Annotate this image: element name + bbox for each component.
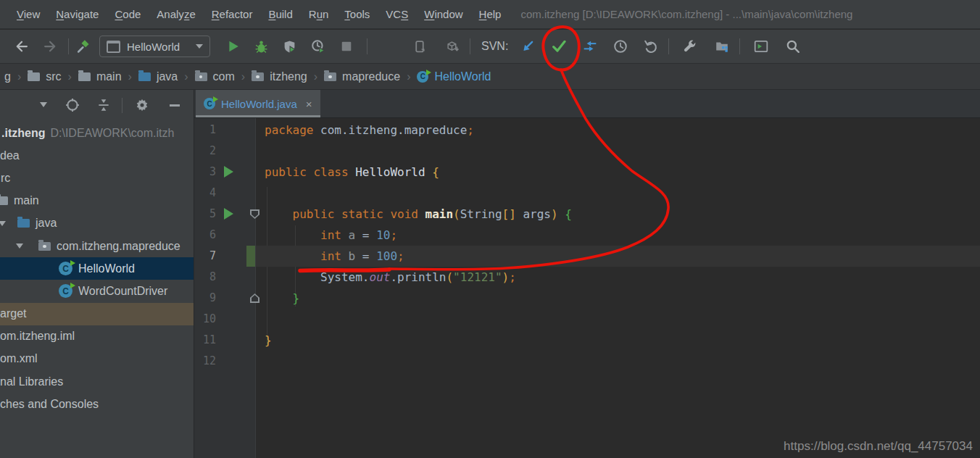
tree-row-main[interactable]: main: [0, 190, 194, 212]
fold-marker-close[interactable]: [250, 293, 259, 303]
breadcrumb-label: itzheng: [270, 70, 307, 83]
menu-item-code[interactable]: Code: [107, 8, 149, 20]
tree-row-wordcountdriver[interactable]: WordCountDriver: [0, 280, 194, 302]
line-number: 11: [194, 330, 216, 351]
terminal-icon[interactable]: [751, 36, 771, 57]
tree-row-arget[interactable]: arget: [0, 303, 194, 325]
svn-merge-icon[interactable]: [580, 36, 600, 57]
tree-row-com-itzheng-mapreduce[interactable]: com.itzheng.mapreduce: [0, 235, 194, 257]
line-number: 12: [194, 351, 216, 372]
code-editor[interactable]: 1package com.itzheng.mapreduce;23public …: [194, 118, 980, 458]
tree-root-path: D:\IDEAWORK\com.itzh: [50, 127, 174, 140]
code-text: }: [256, 330, 980, 351]
rollback-icon[interactable]: [641, 36, 661, 57]
folder-icon: [17, 219, 30, 228]
svn-update-icon[interactable]: [518, 36, 538, 57]
run-line-icon[interactable]: [224, 166, 233, 178]
tab-label: HelloWorld.java: [221, 98, 297, 110]
token: [265, 291, 293, 305]
hide-panel-icon[interactable]: [170, 104, 180, 107]
tree-row-dea[interactable]: dea: [0, 144, 194, 167]
breadcrumb-item-mapreduce[interactable]: mapreduce: [323, 70, 402, 83]
breadcrumb-item-helloworld[interactable]: HelloWorld: [415, 70, 492, 83]
tree-row-om-xml[interactable]: om.xml: [0, 348, 194, 370]
token: }: [293, 291, 300, 305]
history-icon[interactable]: [610, 36, 631, 57]
chevron-down-icon[interactable]: [40, 102, 47, 107]
run-icon[interactable]: [223, 36, 244, 57]
breadcrumb-item-src[interactable]: src: [26, 70, 62, 83]
breadcrumb-label: HelloWorld: [434, 70, 491, 83]
locate-icon[interactable]: [65, 98, 80, 115]
chevron-down-icon: [196, 44, 203, 49]
tree-row-helloworld[interactable]: HelloWorld: [0, 257, 194, 280]
class-icon: [204, 98, 215, 109]
code-line-12: 12: [194, 351, 980, 372]
token: package: [265, 123, 320, 137]
tree-row-java[interactable]: java: [0, 212, 194, 235]
tree-row-rc[interactable]: rc: [0, 167, 194, 189]
toolbar-separator: [668, 38, 669, 54]
expand-arrow-icon[interactable]: [16, 243, 23, 249]
search-icon[interactable]: [783, 36, 803, 57]
code-line-4: 4: [194, 183, 980, 204]
token: b: [349, 249, 362, 263]
menu-item-window[interactable]: Window: [416, 8, 470, 20]
gutter-cell: 12: [194, 351, 256, 372]
menu-item-refactor[interactable]: Refactor: [204, 8, 261, 20]
app-window-icon: [107, 41, 120, 53]
menu-item-analyze[interactable]: Analyze: [149, 8, 203, 20]
menu-item-tools[interactable]: Tools: [336, 8, 378, 20]
token: ;: [397, 249, 404, 263]
menu-item-vcs[interactable]: VCS: [378, 8, 416, 20]
profiler-icon[interactable]: [308, 36, 328, 57]
code-text: System.out.println("12121");: [256, 267, 980, 288]
run-line-icon[interactable]: [224, 208, 233, 220]
svn-commit-icon[interactable]: [549, 36, 569, 57]
settings-wrench-icon[interactable]: [680, 36, 700, 57]
project-structure-icon[interactable]: [712, 36, 732, 57]
debug-icon[interactable]: [251, 36, 271, 57]
tree-row-nal-libraries[interactable]: nal Libraries: [0, 370, 194, 393]
stop-icon[interactable]: [336, 36, 357, 57]
tree-label: nal Libraries: [0, 375, 63, 388]
attach-device-icon[interactable]: [410, 36, 430, 57]
breadcrumb-item-java[interactable]: java: [137, 70, 179, 83]
menu-item-run[interactable]: Run: [301, 8, 337, 20]
menu-item-navigate[interactable]: Navigate: [48, 8, 107, 20]
fold-marker-open[interactable]: [250, 209, 259, 219]
tree-row-itzheng[interactable]: .itzhengD:\IDEAWORK\com.itzh: [0, 122, 194, 144]
coverage-icon[interactable]: [279, 36, 299, 57]
close-icon[interactable]: ×: [306, 98, 312, 110]
back-arrow-icon[interactable]: [12, 36, 32, 57]
run-config-select[interactable]: HelloWorld: [99, 36, 210, 57]
breadcrumb-item-main[interactable]: main: [77, 70, 123, 83]
tree-label: rc: [1, 172, 10, 185]
breadcrumb-label: mapreduce: [342, 70, 400, 83]
code-text: [256, 351, 980, 372]
token: com.itzheng.mapreduce: [320, 123, 467, 137]
menu-item-help[interactable]: Help: [471, 8, 510, 20]
class-icon: [417, 71, 428, 83]
build-hammer-icon[interactable]: [73, 36, 94, 57]
code-text: public static void main(String[] args) {: [256, 204, 980, 225]
collapse-all-icon[interactable]: [96, 98, 111, 115]
breadcrumb-item-com[interactable]: com: [194, 70, 236, 83]
breadcrumb-item-itzheng[interactable]: itzheng: [250, 70, 309, 83]
menu-item-build[interactable]: Build: [260, 8, 300, 20]
tree-row-om-itzheng-iml[interactable]: om.itzheng.iml: [0, 325, 194, 348]
forward-arrow-icon[interactable]: [40, 36, 60, 57]
breadcrumb-label: com: [213, 70, 235, 83]
breadcrumb-item-g[interactable]: g: [3, 70, 12, 83]
code-line-8: 8 System.out.println("12121");: [194, 267, 980, 288]
menu-item-view[interactable]: View: [9, 8, 48, 20]
gutter-cell: 2: [194, 141, 256, 162]
gutter-cell: 1: [194, 120, 256, 141]
settings-gear-icon[interactable]: [135, 98, 149, 115]
main-toolbar: HelloWorld SVN:: [0, 30, 980, 64]
expand-arrow-icon[interactable]: [0, 221, 6, 226]
token: {: [432, 165, 439, 179]
tree-row-ches-and-consoles[interactable]: ches and Consoles: [0, 393, 194, 415]
sync-box-icon[interactable]: [442, 36, 462, 57]
tab-helloworld-java[interactable]: HelloWorld.java ×: [196, 90, 320, 117]
